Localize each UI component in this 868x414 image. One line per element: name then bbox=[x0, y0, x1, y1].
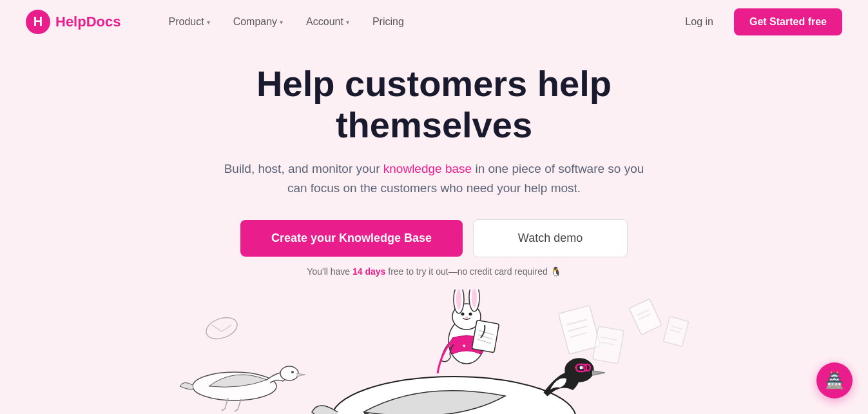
knowledge-base-link[interactable]: knowledge base bbox=[383, 162, 472, 175]
nav-links: Product ▾ Company ▾ Account ▾ Pricing bbox=[159, 11, 675, 33]
product-chevron-icon: ▾ bbox=[207, 19, 210, 26]
svg-point-25 bbox=[456, 290, 461, 310]
trial-text: You'll have 14 days free to try it out—n… bbox=[307, 266, 561, 277]
nav-account[interactable]: Account ▾ bbox=[297, 11, 358, 33]
chat-widget[interactable]: 🏯 bbox=[816, 362, 853, 399]
hero-title: Help customers help themselves bbox=[177, 63, 692, 146]
svg-point-13 bbox=[280, 366, 298, 380]
svg-point-2 bbox=[203, 313, 240, 342]
svg-rect-5 bbox=[558, 305, 600, 354]
svg-point-14 bbox=[291, 371, 294, 373]
svg-text:♥: ♥ bbox=[463, 343, 466, 349]
nav-right: Log in Get Started free bbox=[675, 8, 842, 35]
svg-rect-9 bbox=[592, 326, 623, 363]
account-chevron-icon: ▾ bbox=[346, 19, 349, 26]
login-button[interactable]: Log in bbox=[675, 11, 724, 33]
hero-subtitle: Build, host, and monitor your knowledge … bbox=[215, 159, 653, 199]
hero-illustration: ♥ bbox=[144, 290, 724, 414]
svg-text:H: H bbox=[34, 14, 43, 28]
svg-point-20 bbox=[579, 366, 583, 369]
chat-widget-icon: 🏯 bbox=[825, 371, 844, 389]
company-chevron-icon: ▾ bbox=[280, 19, 283, 26]
hero-section: Help customers help themselves Build, ho… bbox=[0, 44, 868, 414]
svg-line-4 bbox=[222, 325, 231, 331]
svg-line-3 bbox=[212, 325, 222, 331]
svg-rect-31 bbox=[472, 320, 499, 352]
logo-icon: H bbox=[26, 10, 50, 34]
navbar: H HelpDocs Product ▾ Company ▾ Account ▾… bbox=[0, 0, 868, 44]
watch-demo-button[interactable]: Watch demo bbox=[473, 219, 628, 257]
illustration-svg: ♥ bbox=[144, 290, 724, 414]
cta-row: Create your Knowledge Base Watch demo bbox=[240, 219, 628, 257]
svg-point-27 bbox=[461, 312, 464, 315]
nav-product[interactable]: Product ▾ bbox=[159, 11, 218, 33]
logo-text: HelpDocs bbox=[55, 14, 121, 30]
get-started-nav-button[interactable]: Get Started free bbox=[734, 8, 842, 35]
nav-pricing[interactable]: Pricing bbox=[363, 11, 413, 33]
logo-link[interactable]: H HelpDocs bbox=[26, 10, 121, 34]
create-kb-button[interactable]: Create your Knowledge Base bbox=[240, 220, 463, 257]
nav-company[interactable]: Company ▾ bbox=[224, 11, 292, 33]
svg-point-28 bbox=[468, 312, 472, 315]
svg-point-29 bbox=[465, 317, 468, 319]
